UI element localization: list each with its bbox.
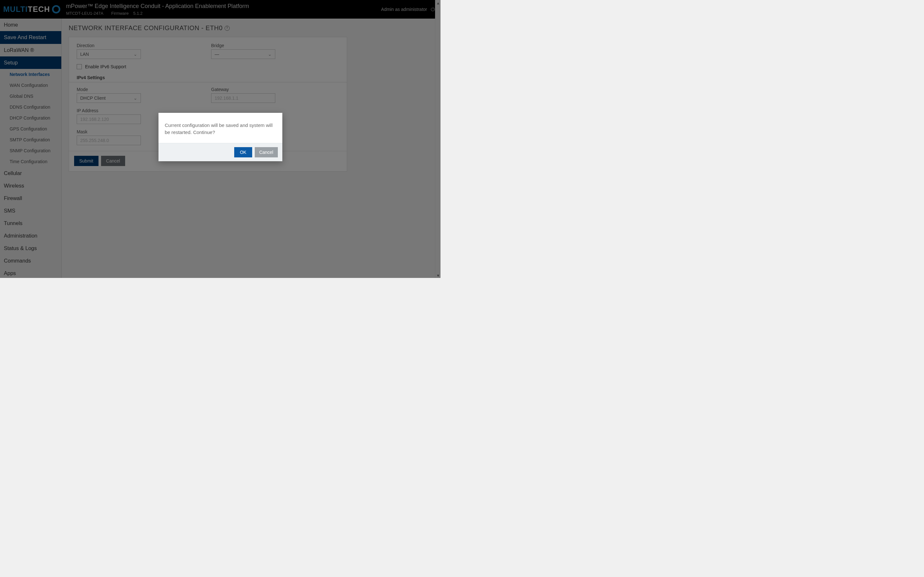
modal-ok-button[interactable]: OK <box>234 147 252 157</box>
modal-footer: OK Cancel <box>158 143 282 161</box>
modal-message: Current configuration will be saved and … <box>158 113 282 143</box>
modal-cancel-button[interactable]: Cancel <box>255 147 278 157</box>
confirm-modal: Current configuration will be saved and … <box>158 113 282 161</box>
modal-overlay: Current configuration will be saved and … <box>0 0 441 278</box>
